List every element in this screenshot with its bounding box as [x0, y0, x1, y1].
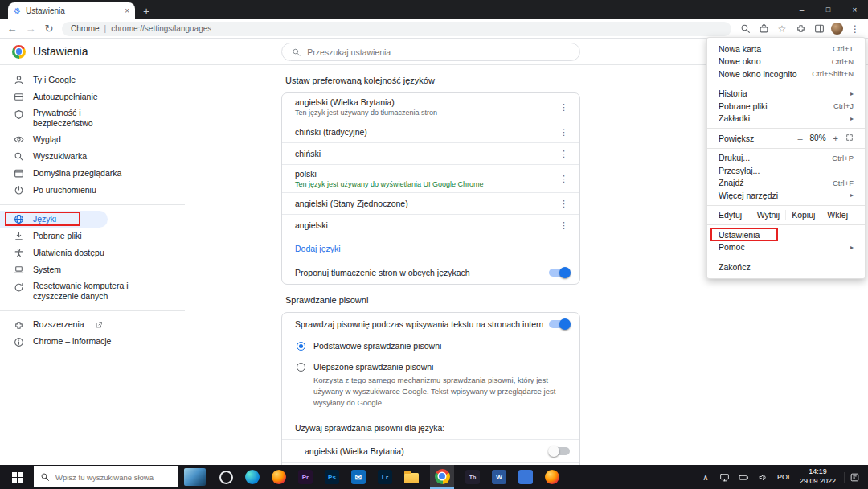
paste-button[interactable]: Wklej — [821, 210, 854, 220]
share-icon[interactable] — [757, 23, 770, 35]
basic-spellcheck-option[interactable]: Podstawowe sprawdzanie pisowni — [282, 335, 579, 356]
sidebar-item-prywatnosc[interactable]: Prywatność i bezpieczeństwo — [0, 105, 185, 131]
more-options-icon[interactable]: ⋮ — [551, 174, 576, 184]
menu-item-label: Pobrane pliki — [719, 101, 768, 111]
sidebar-item-system[interactable]: System — [0, 261, 185, 278]
cut-button[interactable]: Wytnij — [751, 210, 786, 220]
word-icon[interactable]: W — [491, 469, 507, 485]
window-maximize-button[interactable]: □ — [815, 0, 841, 19]
file-explorer-icon[interactable] — [403, 469, 420, 485]
firefox-icon[interactable] — [271, 469, 287, 485]
menu-item-find[interactable]: Znajdź Ctrl+F — [707, 177, 865, 190]
sidebar-item-rozszerzenia[interactable]: Rozszerzenia — [0, 317, 185, 334]
sidebar-item-po-uruchomieniu[interactable]: Po uruchomieniu — [0, 182, 185, 199]
photoshop-icon[interactable]: Ps — [324, 469, 340, 485]
translate-toggle[interactable] — [549, 269, 570, 277]
lightroom-icon[interactable]: Lr — [377, 469, 393, 485]
menu-shortcut: Ctrl+Shift+N — [812, 69, 854, 78]
firefox-icon-2[interactable] — [544, 469, 560, 485]
extensions-icon[interactable] — [794, 23, 807, 35]
thunderbird-icon[interactable]: Tb — [465, 469, 481, 485]
blue-app-icon[interactable] — [518, 469, 534, 485]
menu-item-incognito[interactable]: Nowe okno incognito Ctrl+Shift+N — [707, 68, 865, 80]
keyboard-language-indicator[interactable]: POL — [777, 473, 792, 481]
new-tab-button[interactable]: + — [143, 6, 149, 17]
reload-icon[interactable]: ↻ — [43, 23, 55, 35]
taskbar-search[interactable] — [34, 466, 178, 487]
settings-search[interactable] — [281, 43, 580, 61]
menu-item-exit[interactable]: Zakończ — [707, 261, 865, 273]
spell-language-toggle[interactable] — [549, 447, 570, 455]
tab-close-icon[interactable]: × — [125, 6, 129, 15]
menu-item-label: Nowe okno incognito — [719, 69, 796, 79]
radio-unselected-icon[interactable] — [297, 363, 305, 372]
window-close-button[interactable]: × — [841, 0, 868, 19]
menu-item-more-tools[interactable]: Więcej narzędzi ▸ — [707, 189, 865, 202]
sidebar-item-wyszukiwarka[interactable]: Wyszukiwarka — [0, 148, 185, 165]
settings-search-input[interactable] — [307, 47, 570, 57]
sidebar-item-ulatwienia-dostepu[interactable]: Ułatwienia dostępu — [0, 244, 185, 261]
clock[interactable]: 14:19 29.09.2022 — [800, 467, 836, 486]
chrome-icon-active[interactable] — [430, 465, 454, 489]
start-button[interactable] — [0, 465, 34, 489]
more-options-icon[interactable]: ⋮ — [551, 199, 576, 209]
kebab-menu-icon[interactable]: ⋮ — [849, 23, 862, 35]
window-minimize-button[interactable]: – — [788, 0, 815, 19]
zoom-icon[interactable] — [739, 23, 751, 35]
menu-item-history[interactable]: Historia ▸ — [707, 88, 865, 101]
profile-avatar[interactable] — [831, 23, 843, 35]
menu-item-downloads[interactable]: Pobrane pliki Ctrl+J — [707, 100, 865, 113]
sidebar-item-resetowanie[interactable]: Resetowanie komputera i czyszczenie dany… — [0, 278, 185, 304]
sidebar-item-chrome-informacje[interactable]: Chrome – informacje — [0, 334, 185, 351]
forward-icon[interactable]: → — [25, 23, 36, 35]
menu-item-new-window[interactable]: Nowe okno Ctrl+N — [707, 55, 865, 68]
browser-tab-ustawienia[interactable]: ⚙ Ustawienia × — [8, 2, 135, 19]
battery-icon[interactable] — [739, 471, 750, 483]
menu-item-print[interactable]: Drukuj... Ctrl+P — [707, 152, 865, 165]
sidebar-item-ty-i-google[interactable]: Ty i Google — [0, 72, 185, 88]
sidebar-item-autouzupelnianie[interactable]: Autouzupełnianie — [0, 88, 185, 105]
language-name: angielski (Stany Zjednoczone) — [295, 199, 408, 208]
news-widget-thumbnail[interactable] — [184, 468, 206, 486]
sidebar-item-pobrane-pliki[interactable]: Pobrane pliki — [0, 228, 185, 244]
add-languages-link[interactable]: Dodaj języki — [282, 236, 579, 261]
address-bar[interactable]: Chrome | chrome://settings/languages — [62, 22, 731, 36]
radio-selected-icon[interactable] — [297, 342, 305, 351]
fullscreen-icon[interactable] — [845, 134, 854, 143]
zoom-out-button[interactable]: – — [797, 134, 802, 143]
back-icon[interactable]: ← — [6, 23, 18, 35]
menu-item-help[interactable]: Pomoc ▸ — [707, 241, 865, 254]
more-options-icon[interactable]: ⋮ — [551, 127, 576, 138]
menu-item-bookmarks[interactable]: Zakładki ▸ — [707, 113, 865, 125]
menu-item-settings[interactable]: Ustawienia — [707, 228, 865, 241]
side-panel-icon[interactable] — [813, 23, 825, 35]
translate-toggle-row: Proponuj tłumaczenie stron w obcych języ… — [282, 261, 579, 284]
copy-button[interactable]: Kopiuj — [785, 210, 821, 220]
more-options-icon[interactable]: ⋮ — [551, 220, 576, 231]
zoom-in-button[interactable]: + — [833, 134, 838, 143]
edge-icon[interactable] — [244, 469, 260, 485]
enhanced-spellcheck-option[interactable]: Ulepszone sprawdzanie pisowni Korzysta z… — [282, 356, 579, 413]
sidebar-item-wyglad[interactable]: Wygląd — [0, 131, 185, 148]
sidebar-item-jezyki[interactable]: Języki — [0, 211, 108, 228]
autofill-icon — [13, 92, 24, 103]
mail-icon[interactable]: ✉ — [350, 469, 366, 485]
menu-item-new-tab[interactable]: Nowa karta Ctrl+T — [707, 43, 865, 55]
menu-item-cast[interactable]: Przesyłaj... — [707, 164, 865, 177]
submenu-arrow-icon: ▸ — [850, 244, 854, 251]
bookmark-star-icon[interactable]: ☆ — [776, 23, 788, 35]
browser-toolbar: ← → ↻ Chrome | chrome://settings/languag… — [0, 19, 868, 39]
clock-date: 29.09.2022 — [800, 477, 836, 487]
premiere-icon[interactable]: Pr — [297, 469, 313, 485]
notification-center-icon[interactable] — [844, 472, 865, 483]
network-icon[interactable] — [719, 471, 731, 483]
cortana-icon[interactable] — [218, 469, 234, 485]
more-options-icon[interactable]: ⋮ — [551, 102, 576, 113]
tray-chevron-up-icon[interactable]: ∧ — [700, 471, 711, 483]
taskbar-search-input[interactable] — [55, 473, 172, 482]
sidebar-item-label: Pobrane pliki — [33, 231, 82, 241]
more-options-icon[interactable]: ⋮ — [551, 149, 576, 159]
spellcheck-toggle[interactable] — [549, 320, 570, 328]
sidebar-item-domyslna-przegladarka[interactable]: Domyślna przeglądarka — [0, 165, 185, 182]
volume-icon[interactable] — [758, 471, 769, 483]
